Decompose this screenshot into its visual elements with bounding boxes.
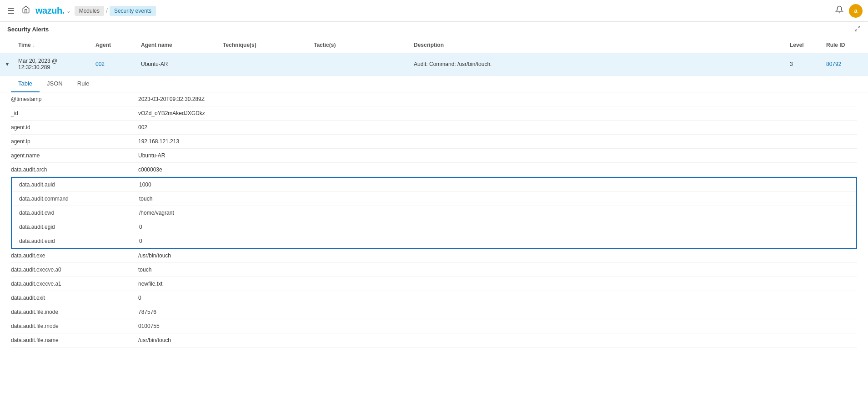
th-techniques-label: Technique(s) <box>223 42 256 48</box>
th-rule-id-label: Rule ID <box>826 42 845 48</box>
kv-key: data.audit.file.inode <box>11 305 138 319</box>
row-time: Mar 20, 2023 @ 12:32:30.289 <box>15 53 92 75</box>
kv-key: data.audit.execve.a0 <box>11 263 138 277</box>
kv-row-timestamp: @timestamp 2023-03-20T09:32:30.289Z <box>11 92 857 106</box>
kv-val: Ubuntu-AR <box>138 149 857 162</box>
kv-row-audit-exe: data.audit.exe /usr/bin/touch <box>11 249 857 263</box>
kv-key: _id <box>11 106 138 120</box>
kv-val: 787576 <box>138 305 857 319</box>
kv-val: touch <box>139 192 856 206</box>
th-expand <box>0 37 15 53</box>
kv-key: data.audit.file.name <box>11 333 138 347</box>
th-techniques[interactable]: Technique(s) <box>219 37 310 53</box>
kv-key: data.audit.cwd <box>12 206 139 220</box>
tab-json[interactable]: JSON <box>40 76 70 92</box>
kv-key: data.audit.file.mode <box>11 319 138 333</box>
breadcrumb-separator: / <box>106 7 108 15</box>
home-button[interactable] <box>20 4 32 18</box>
row-description: Audit: Command: /usr/bin/touch. <box>410 56 786 72</box>
th-level-label: Level <box>790 42 804 48</box>
th-agent-name[interactable]: Agent name <box>137 37 219 53</box>
hamburger-menu-button[interactable]: ☰ <box>5 4 16 18</box>
th-tactics[interactable]: Tactic(s) <box>310 37 410 53</box>
kv-key: agent.name <box>11 149 138 162</box>
row-tactics <box>310 60 410 69</box>
breadcrumb: Modules / Security events <box>75 6 156 16</box>
th-description[interactable]: Description <box>410 37 786 53</box>
kv-val: 2023-03-20T09:32:30.289Z <box>138 92 857 106</box>
chevron-down-icon: ▼ <box>5 61 10 67</box>
th-level[interactable]: Level <box>786 37 823 53</box>
kv-key: agent.id <box>11 121 138 134</box>
kv-val: c000003e <box>138 163 857 176</box>
th-agent[interactable]: Agent <box>92 37 137 53</box>
kv-row-audit-execve-a1: data.audit.execve.a1 newfile.txt <box>11 277 857 291</box>
logo-chevron-icon[interactable]: ⌄ <box>66 8 71 14</box>
expand-icon[interactable] <box>854 25 861 33</box>
kv-row-audit-arch: data.audit.arch c000003e <box>11 163 857 177</box>
kv-key: data.audit.arch <box>11 163 138 176</box>
alerts-header: Security Alerts <box>0 22 868 37</box>
table-row[interactable]: ▼ Mar 20, 2023 @ 12:32:30.289 002 Ubuntu… <box>0 53 868 76</box>
kv-val: /usr/bin/touch <box>138 333 857 347</box>
kv-row-audit-auid: data.audit.auid 1000 <box>12 178 856 192</box>
th-tactics-label: Tactic(s) <box>314 42 336 48</box>
svg-line-0 <box>858 26 860 28</box>
sort-icon: ↓ <box>33 43 35 48</box>
kv-key: agent.ip <box>11 135 138 148</box>
kv-key: data.audit.euid <box>12 234 139 248</box>
kv-row-audit-execve-a0: data.audit.execve.a0 touch <box>11 263 857 277</box>
table-header: Time ↓ Agent Agent name Technique(s) Tac… <box>0 37 868 53</box>
row-rule-id[interactable]: 80792 <box>823 56 868 72</box>
kv-row-agent-ip: agent.ip 192.168.121.213 <box>11 135 857 149</box>
breadcrumb-security-events[interactable]: Security events <box>110 6 156 16</box>
kv-key: data.audit.execve.a1 <box>11 277 138 291</box>
kv-val: 0100755 <box>138 319 857 333</box>
row-agent[interactable]: 002 <box>92 56 137 72</box>
kv-key: data.audit.exe <box>11 249 138 262</box>
kv-row-audit-command: data.audit.command touch <box>12 192 856 206</box>
user-avatar[interactable]: a <box>849 4 863 18</box>
kv-row-audit-file-name: data.audit.file.name /usr/bin/touch <box>11 333 857 348</box>
kv-row-id: _id vOZd_oYB2mAkedJXGDkz <box>11 106 857 121</box>
kv-row-audit-euid: data.audit.euid 0 <box>12 234 856 248</box>
th-description-label: Description <box>414 42 444 48</box>
tab-table[interactable]: Table <box>11 76 40 92</box>
th-rule-id[interactable]: Rule ID <box>823 37 868 53</box>
th-time-label: Time <box>18 42 31 48</box>
top-navigation: ☰ wazuh. ⌄ Modules / Security events a <box>0 0 868 22</box>
kv-val: touch <box>138 263 857 277</box>
notifications-icon[interactable] <box>833 4 845 18</box>
detail-scroll-area[interactable]: @timestamp 2023-03-20T09:32:30.289Z _id … <box>0 92 868 413</box>
kv-val: 192.168.121.213 <box>138 135 857 148</box>
kv-val: 0 <box>138 291 857 305</box>
detail-tabs: Table JSON Rule <box>0 76 868 92</box>
th-time[interactable]: Time ↓ <box>15 37 92 53</box>
kv-row-audit-cwd: data.audit.cwd /home/vagrant <box>12 206 856 220</box>
kv-row-agent-id: agent.id 002 <box>11 121 857 135</box>
kv-val: /usr/bin/touch <box>138 249 857 262</box>
detail-panel: Table JSON Rule @timestamp 2023-03-20T09… <box>0 76 868 413</box>
tab-rule[interactable]: Rule <box>70 76 97 92</box>
kv-table: @timestamp 2023-03-20T09:32:30.289Z _id … <box>0 92 868 177</box>
wazuh-logo[interactable]: wazuh. ⌄ <box>35 5 71 16</box>
kv-val: 0 <box>139 220 856 234</box>
th-agent-label: Agent <box>95 42 111 48</box>
kv-val: 1000 <box>139 178 856 191</box>
breadcrumb-modules-button[interactable]: Modules <box>75 6 104 16</box>
logo-text: wazuh. <box>35 5 65 16</box>
kv-key: data.audit.egid <box>12 220 139 234</box>
row-time-line1: Mar 20, 2023 @ <box>18 58 88 64</box>
kv-row-audit-file-mode: data.audit.file.mode 0100755 <box>11 319 857 333</box>
th-agent-name-label: Agent name <box>141 42 172 48</box>
row-techniques <box>219 60 310 69</box>
row-time-line2: 12:32:30.289 <box>18 64 88 71</box>
kv-row-agent-name: agent.name Ubuntu-AR <box>11 149 857 163</box>
kv-key: data.audit.exit <box>11 291 138 305</box>
highlight-group: data.audit.auid 1000 data.audit.command … <box>11 177 857 249</box>
row-expand-button[interactable]: ▼ <box>0 56 15 72</box>
kv-val: newfile.txt <box>138 277 857 291</box>
svg-line-1 <box>855 29 857 31</box>
alerts-title: Security Alerts <box>7 26 49 33</box>
kv-row-audit-egid: data.audit.egid 0 <box>12 220 856 234</box>
